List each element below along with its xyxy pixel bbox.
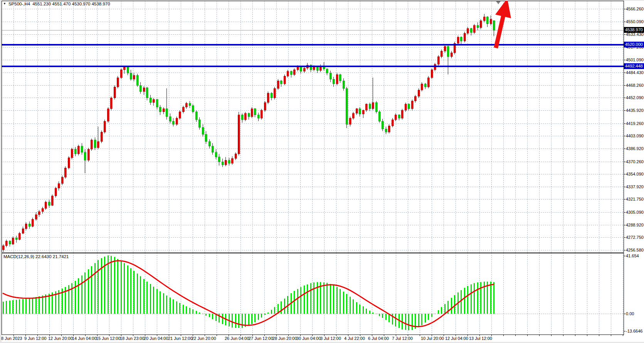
candlestick	[146, 88, 148, 98]
macd-histogram-bar	[71, 283, 72, 314]
symbol-dropdown-icon[interactable]: ▼	[3, 2, 6, 6]
price-axis-label: 4370.260	[626, 159, 644, 164]
symbol-period-label: SP500-,H4	[8, 2, 30, 6]
candlestick	[280, 81, 282, 84]
candlestick	[77, 146, 79, 154]
price-axis-label: 4468.260	[626, 83, 644, 88]
candlestick	[97, 142, 99, 148]
macd-histogram-bar	[454, 295, 455, 314]
candlestick	[343, 81, 345, 88]
macd-histogram-bar	[434, 314, 435, 314]
time-axis-label: 3 Jul 12:00	[320, 336, 341, 341]
candlestick	[352, 113, 354, 118]
macd-histogram-bar	[382, 314, 383, 318]
candlestick	[235, 154, 237, 159]
price-axis-label: 4550.090	[626, 19, 644, 24]
candlestick	[251, 109, 253, 117]
macd-histogram-bar	[163, 293, 164, 314]
macd-histogram-bar	[425, 314, 426, 323]
macd-histogram-bar	[140, 276, 141, 314]
candlestick	[480, 21, 482, 28]
macd-histogram-bar	[91, 266, 92, 314]
candlestick	[378, 112, 380, 121]
candlestick	[300, 67, 302, 71]
candlestick	[287, 71, 289, 76]
support-price-tag[interactable]: 4492.448	[624, 63, 644, 69]
macd-histogram-bar	[150, 284, 151, 314]
macd-axis-label: 0.00	[626, 311, 634, 316]
macd-histogram-bar	[461, 290, 462, 314]
time-axis-label: 8 Jun 2023	[1, 336, 22, 341]
candlestick	[225, 160, 227, 165]
candlestick	[182, 107, 184, 112]
candlestick	[101, 132, 103, 141]
candlestick	[336, 74, 338, 84]
candlestick	[398, 115, 400, 118]
macd-histogram-bar	[258, 314, 259, 320]
candlestick	[176, 118, 178, 124]
macd-histogram-bar	[271, 310, 272, 314]
candlestick	[172, 121, 174, 124]
macd-histogram-bar	[16, 300, 17, 314]
candlestick	[18, 233, 20, 240]
macd-histogram-bar	[310, 283, 311, 314]
candlestick	[401, 110, 403, 118]
candlestick	[38, 211, 40, 215]
macd-histogram-bar	[209, 314, 210, 317]
macd-histogram-bar	[451, 298, 452, 314]
candlestick	[451, 53, 452, 57]
candlestick	[244, 113, 246, 120]
macd-histogram-bar	[81, 275, 82, 314]
current-price-tag: 4538.970	[624, 27, 644, 33]
macd-histogram-bar	[130, 268, 131, 314]
candlestick	[71, 149, 73, 158]
price-axis-label: 4566.260	[626, 6, 644, 12]
candlestick	[293, 70, 295, 74]
resistance-price-tag[interactable]: 4520.000	[624, 42, 644, 47]
macd-histogram-bar	[176, 301, 177, 314]
time-axis-label: 9 Jun 12:00	[24, 336, 47, 341]
candlestick	[271, 93, 272, 98]
candlestick	[163, 109, 165, 112]
macd-histogram-bar	[421, 314, 422, 325]
candlestick	[25, 224, 27, 228]
macd-histogram-bar	[173, 299, 174, 314]
candlestick	[339, 74, 341, 81]
candlestick	[212, 146, 214, 152]
macd-histogram-bar	[340, 289, 341, 314]
chart-canvas[interactable]	[0, 0, 644, 343]
macd-histogram-bar	[366, 309, 367, 314]
candlestick	[241, 115, 243, 120]
macd-histogram-bar	[121, 261, 122, 314]
macd-histogram-bar	[490, 282, 491, 314]
macd-histogram-bar	[170, 297, 171, 314]
candlestick	[333, 79, 335, 84]
macd-histogram-bar	[12, 300, 13, 314]
macd-histogram-bar	[261, 314, 262, 318]
candlestick	[349, 118, 351, 124]
macd-histogram-bar	[45, 294, 46, 314]
macd-histogram-bar	[29, 298, 30, 314]
macd-histogram-bar	[179, 303, 180, 314]
macd-histogram-bar	[153, 287, 154, 314]
macd-histogram-bar	[477, 282, 478, 314]
candlestick	[248, 113, 250, 117]
time-axis-label: 30 Jun 04:00	[296, 336, 321, 341]
macd-histogram-bar	[356, 302, 357, 314]
candlestick	[5, 241, 7, 246]
time-axis-label: 12 Jun 20:00	[48, 336, 73, 341]
candlestick	[447, 46, 449, 56]
candlestick	[110, 98, 112, 109]
macd-histogram-bar	[326, 283, 328, 314]
candlestick	[185, 103, 187, 107]
macd-histogram-bar	[232, 314, 233, 328]
candlestick	[467, 29, 469, 33]
macd-histogram-bar	[369, 311, 370, 314]
candlestick	[346, 88, 348, 124]
time-axis-label: 13 Jul 12:00	[469, 336, 492, 341]
candlestick	[316, 67, 318, 71]
macd-histogram-bar	[22, 299, 24, 314]
candlestick	[457, 37, 459, 43]
candlestick	[169, 117, 171, 121]
price-axis-label: 4321.750	[626, 196, 644, 202]
